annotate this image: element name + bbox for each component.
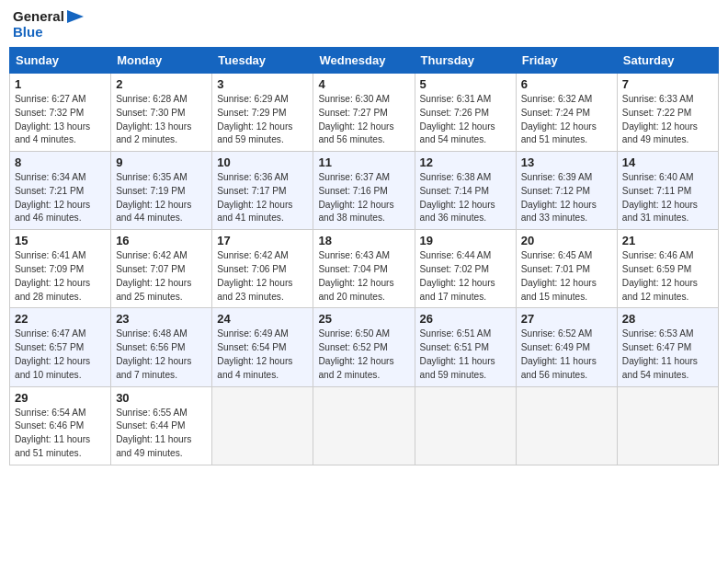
day-cell: 6Sunrise: 6:32 AMSunset: 7:24 PMDaylight… xyxy=(516,74,617,152)
day-cell: 20Sunrise: 6:45 AMSunset: 7:01 PMDayligh… xyxy=(516,230,617,308)
day-number: 23 xyxy=(116,312,207,326)
day-info: Sunrise: 6:42 AMSunset: 7:07 PMDaylight:… xyxy=(116,249,207,304)
day-cell: 11Sunrise: 6:37 AMSunset: 7:16 PMDayligh… xyxy=(313,152,415,230)
weekday-header-wednesday: Wednesday xyxy=(313,48,415,74)
day-cell: 10Sunrise: 6:36 AMSunset: 7:17 PMDayligh… xyxy=(212,152,313,230)
day-cell: 5Sunrise: 6:31 AMSunset: 7:26 PMDaylight… xyxy=(415,74,516,152)
day-cell xyxy=(212,386,313,465)
day-number: 6 xyxy=(521,77,612,91)
day-info: Sunrise: 6:42 AMSunset: 7:06 PMDaylight:… xyxy=(217,249,308,304)
day-cell: 8Sunrise: 6:34 AMSunset: 7:21 PMDaylight… xyxy=(10,152,111,230)
day-number: 27 xyxy=(521,312,612,326)
week-row-1: 1Sunrise: 6:27 AMSunset: 7:32 PMDaylight… xyxy=(10,74,719,152)
calendar-table: SundayMondayTuesdayWednesdayThursdayFrid… xyxy=(9,47,719,465)
day-cell: 15Sunrise: 6:41 AMSunset: 7:09 PMDayligh… xyxy=(10,230,111,308)
week-row-5: 29Sunrise: 6:54 AMSunset: 6:46 PMDayligh… xyxy=(10,386,719,465)
weekday-header-tuesday: Tuesday xyxy=(212,48,313,74)
day-info: Sunrise: 6:54 AMSunset: 6:46 PMDaylight:… xyxy=(15,407,106,461)
day-number: 13 xyxy=(521,155,612,169)
day-info: Sunrise: 6:51 AMSunset: 6:51 PMDaylight:… xyxy=(420,327,511,382)
day-cell: 17Sunrise: 6:42 AMSunset: 7:06 PMDayligh… xyxy=(212,230,313,308)
day-number: 30 xyxy=(116,391,207,405)
day-cell xyxy=(313,386,415,465)
day-cell: 19Sunrise: 6:44 AMSunset: 7:02 PMDayligh… xyxy=(415,230,516,308)
day-cell: 23Sunrise: 6:48 AMSunset: 6:56 PMDayligh… xyxy=(111,308,212,386)
day-info: Sunrise: 6:46 AMSunset: 6:59 PMDaylight:… xyxy=(622,249,713,304)
day-cell: 24Sunrise: 6:49 AMSunset: 6:54 PMDayligh… xyxy=(212,308,313,386)
day-cell xyxy=(617,386,718,465)
day-number: 19 xyxy=(420,234,511,247)
week-row-2: 8Sunrise: 6:34 AMSunset: 7:21 PMDaylight… xyxy=(10,152,719,230)
day-number: 26 xyxy=(420,312,511,326)
weekday-header-row: SundayMondayTuesdayWednesdayThursdayFrid… xyxy=(10,48,719,74)
day-cell: 29Sunrise: 6:54 AMSunset: 6:46 PMDayligh… xyxy=(10,386,111,465)
day-info: Sunrise: 6:32 AMSunset: 7:24 PMDaylight:… xyxy=(521,93,612,147)
day-info: Sunrise: 6:31 AMSunset: 7:26 PMDaylight:… xyxy=(420,93,511,147)
day-number: 11 xyxy=(318,155,409,169)
day-number: 2 xyxy=(116,77,207,91)
day-number: 7 xyxy=(622,77,713,91)
day-cell: 30Sunrise: 6:55 AMSunset: 6:44 PMDayligh… xyxy=(111,386,212,465)
weekday-header-monday: Monday xyxy=(111,48,212,74)
day-number: 15 xyxy=(15,234,106,247)
day-cell: 27Sunrise: 6:52 AMSunset: 6:49 PMDayligh… xyxy=(516,308,617,386)
day-cell: 9Sunrise: 6:35 AMSunset: 7:19 PMDaylight… xyxy=(111,152,212,230)
day-info: Sunrise: 6:43 AMSunset: 7:04 PMDaylight:… xyxy=(318,249,409,304)
day-info: Sunrise: 6:29 AMSunset: 7:29 PMDaylight:… xyxy=(217,93,308,147)
svg-marker-0 xyxy=(67,10,84,23)
day-cell: 2Sunrise: 6:28 AMSunset: 7:30 PMDaylight… xyxy=(111,74,212,152)
week-row-3: 15Sunrise: 6:41 AMSunset: 7:09 PMDayligh… xyxy=(10,230,719,308)
day-info: Sunrise: 6:36 AMSunset: 7:17 PMDaylight:… xyxy=(217,171,308,225)
day-cell: 14Sunrise: 6:40 AMSunset: 7:11 PMDayligh… xyxy=(617,152,718,230)
day-number: 8 xyxy=(15,155,106,169)
day-info: Sunrise: 6:28 AMSunset: 7:30 PMDaylight:… xyxy=(116,93,207,147)
day-info: Sunrise: 6:48 AMSunset: 6:56 PMDaylight:… xyxy=(116,327,207,382)
day-info: Sunrise: 6:53 AMSunset: 6:47 PMDaylight:… xyxy=(622,327,713,382)
day-info: Sunrise: 6:47 AMSunset: 6:57 PMDaylight:… xyxy=(15,327,106,382)
week-row-4: 22Sunrise: 6:47 AMSunset: 6:57 PMDayligh… xyxy=(10,308,719,386)
day-number: 20 xyxy=(521,234,612,247)
day-number: 10 xyxy=(217,155,308,169)
day-number: 22 xyxy=(15,312,106,326)
day-info: Sunrise: 6:44 AMSunset: 7:02 PMDaylight:… xyxy=(420,249,511,304)
day-cell: 21Sunrise: 6:46 AMSunset: 6:59 PMDayligh… xyxy=(617,230,718,308)
day-info: Sunrise: 6:30 AMSunset: 7:27 PMDaylight:… xyxy=(318,93,409,147)
day-info: Sunrise: 6:49 AMSunset: 6:54 PMDaylight:… xyxy=(217,327,308,382)
day-number: 16 xyxy=(116,234,207,247)
day-info: Sunrise: 6:33 AMSunset: 7:22 PMDaylight:… xyxy=(622,93,713,147)
day-number: 3 xyxy=(217,77,308,91)
day-number: 24 xyxy=(217,312,308,326)
day-cell: 1Sunrise: 6:27 AMSunset: 7:32 PMDaylight… xyxy=(10,74,111,152)
day-cell: 16Sunrise: 6:42 AMSunset: 7:07 PMDayligh… xyxy=(111,230,212,308)
day-info: Sunrise: 6:35 AMSunset: 7:19 PMDaylight:… xyxy=(116,171,207,225)
day-cell: 18Sunrise: 6:43 AMSunset: 7:04 PMDayligh… xyxy=(313,230,415,308)
day-info: Sunrise: 6:37 AMSunset: 7:16 PMDaylight:… xyxy=(318,171,409,225)
day-number: 5 xyxy=(420,77,511,91)
day-number: 12 xyxy=(420,155,511,169)
day-info: Sunrise: 6:34 AMSunset: 7:21 PMDaylight:… xyxy=(15,171,106,225)
day-info: Sunrise: 6:50 AMSunset: 6:52 PMDaylight:… xyxy=(318,327,409,382)
day-info: Sunrise: 6:27 AMSunset: 7:32 PMDaylight:… xyxy=(15,93,106,147)
weekday-header-thursday: Thursday xyxy=(415,48,516,74)
day-info: Sunrise: 6:40 AMSunset: 7:11 PMDaylight:… xyxy=(622,171,713,225)
day-cell: 22Sunrise: 6:47 AMSunset: 6:57 PMDayligh… xyxy=(10,308,111,386)
day-info: Sunrise: 6:41 AMSunset: 7:09 PMDaylight:… xyxy=(15,249,106,304)
logo-text: General Blue xyxy=(13,9,84,40)
day-number: 9 xyxy=(116,155,207,169)
day-number: 18 xyxy=(318,234,409,247)
day-number: 25 xyxy=(318,312,409,326)
day-cell: 28Sunrise: 6:53 AMSunset: 6:47 PMDayligh… xyxy=(617,308,718,386)
weekday-header-friday: Friday xyxy=(516,48,617,74)
day-cell: 3Sunrise: 6:29 AMSunset: 7:29 PMDaylight… xyxy=(212,74,313,152)
day-number: 14 xyxy=(622,155,713,169)
day-cell xyxy=(415,386,516,465)
day-info: Sunrise: 6:55 AMSunset: 6:44 PMDaylight:… xyxy=(116,407,207,461)
day-info: Sunrise: 6:38 AMSunset: 7:14 PMDaylight:… xyxy=(420,171,511,225)
day-number: 17 xyxy=(217,234,308,247)
day-cell: 26Sunrise: 6:51 AMSunset: 6:51 PMDayligh… xyxy=(415,308,516,386)
day-cell: 12Sunrise: 6:38 AMSunset: 7:14 PMDayligh… xyxy=(415,152,516,230)
day-cell: 25Sunrise: 6:50 AMSunset: 6:52 PMDayligh… xyxy=(313,308,415,386)
day-number: 4 xyxy=(318,77,409,91)
logo-arrow-icon xyxy=(67,10,84,23)
day-number: 28 xyxy=(622,312,713,326)
